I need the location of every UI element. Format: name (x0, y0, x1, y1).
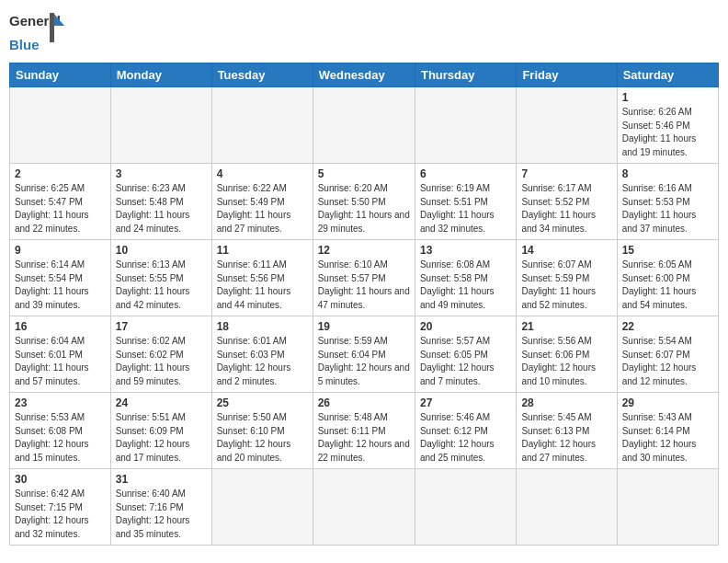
calendar-cell: 22Sunrise: 5:54 AM Sunset: 6:07 PM Dayli… (617, 316, 718, 393)
day-info: Sunrise: 6:07 AM Sunset: 5:59 PM Dayligh… (521, 259, 611, 312)
svg-rect-2 (50, 13, 54, 42)
calendar-body: 1Sunrise: 6:26 AM Sunset: 5:46 PM Daylig… (10, 87, 719, 546)
day-number: 21 (521, 320, 611, 333)
calendar-cell: 11Sunrise: 6:11 AM Sunset: 5:56 PM Dayli… (211, 240, 313, 316)
day-info: Sunrise: 6:02 AM Sunset: 6:02 PM Dayligh… (116, 335, 207, 388)
page-header: GeneralBlue (9, 9, 719, 55)
calendar-cell: 1Sunrise: 6:26 AM Sunset: 5:46 PM Daylig… (617, 87, 718, 164)
day-number: 17 (116, 320, 207, 333)
day-info: Sunrise: 5:54 AM Sunset: 6:07 PM Dayligh… (622, 335, 713, 388)
day-number: 12 (318, 244, 410, 257)
calendar-week-4: 23Sunrise: 5:53 AM Sunset: 6:08 PM Dayli… (10, 393, 719, 469)
calendar-cell (313, 469, 415, 546)
day-number: 6 (420, 167, 511, 180)
calendar-cell: 2Sunrise: 6:25 AM Sunset: 5:47 PM Daylig… (10, 164, 111, 240)
day-number: 7 (521, 167, 611, 180)
day-number: 11 (217, 244, 308, 257)
day-info: Sunrise: 5:48 AM Sunset: 6:11 PM Dayligh… (318, 411, 410, 465)
calendar-cell (415, 87, 516, 164)
day-header-sunday: Sunday (10, 63, 111, 87)
calendar-cell: 30Sunrise: 6:42 AM Sunset: 7:15 PM Dayli… (10, 469, 111, 546)
calendar-week-0: 1Sunrise: 6:26 AM Sunset: 5:46 PM Daylig… (10, 87, 719, 164)
calendar-cell (211, 87, 313, 164)
calendar-cell (10, 87, 111, 164)
calendar-cell: 8Sunrise: 6:16 AM Sunset: 5:53 PM Daylig… (617, 164, 718, 240)
day-info: Sunrise: 6:20 AM Sunset: 5:50 PM Dayligh… (318, 182, 410, 236)
day-number: 19 (318, 320, 410, 333)
day-header-saturday: Saturday (617, 63, 718, 87)
day-info: Sunrise: 5:53 AM Sunset: 6:08 PM Dayligh… (15, 411, 106, 465)
calendar-cell (110, 87, 211, 164)
day-info: Sunrise: 6:26 AM Sunset: 5:46 PM Dayligh… (622, 106, 713, 159)
day-info: Sunrise: 6:17 AM Sunset: 5:52 PM Dayligh… (521, 182, 611, 236)
calendar-cell (211, 469, 313, 546)
day-info: Sunrise: 5:51 AM Sunset: 6:09 PM Dayligh… (116, 411, 207, 465)
day-info: Sunrise: 6:22 AM Sunset: 5:49 PM Dayligh… (217, 182, 308, 236)
calendar-cell: 12Sunrise: 6:10 AM Sunset: 5:57 PM Dayli… (313, 240, 415, 316)
day-info: Sunrise: 6:14 AM Sunset: 5:54 PM Dayligh… (15, 259, 106, 312)
day-info: Sunrise: 6:25 AM Sunset: 5:47 PM Dayligh… (15, 182, 106, 236)
day-number: 31 (116, 473, 207, 486)
day-info: Sunrise: 5:45 AM Sunset: 6:13 PM Dayligh… (521, 411, 611, 465)
day-number: 9 (15, 244, 106, 257)
day-number: 5 (318, 167, 410, 180)
day-number: 16 (15, 320, 106, 333)
calendar-cell: 6Sunrise: 6:19 AM Sunset: 5:51 PM Daylig… (415, 164, 516, 240)
day-number: 23 (15, 396, 106, 409)
logo: GeneralBlue (9, 9, 74, 55)
calendar-cell (617, 469, 718, 546)
day-number: 2 (15, 167, 106, 180)
day-info: Sunrise: 6:16 AM Sunset: 5:53 PM Dayligh… (622, 182, 713, 236)
calendar-week-1: 2Sunrise: 6:25 AM Sunset: 5:47 PM Daylig… (10, 164, 719, 240)
calendar-cell (517, 87, 617, 164)
day-info: Sunrise: 6:08 AM Sunset: 5:58 PM Dayligh… (420, 259, 511, 312)
day-number: 27 (420, 396, 511, 409)
calendar-cell: 14Sunrise: 6:07 AM Sunset: 5:59 PM Dayli… (517, 240, 617, 316)
calendar-cell: 10Sunrise: 6:13 AM Sunset: 5:55 PM Dayli… (110, 240, 211, 316)
calendar-cell: 9Sunrise: 6:14 AM Sunset: 5:54 PM Daylig… (10, 240, 111, 316)
day-info: Sunrise: 6:11 AM Sunset: 5:56 PM Dayligh… (217, 259, 308, 312)
logo-svg: GeneralBlue (9, 9, 74, 55)
calendar-cell: 23Sunrise: 5:53 AM Sunset: 6:08 PM Dayli… (10, 393, 111, 469)
day-number: 10 (116, 244, 207, 257)
day-info: Sunrise: 6:04 AM Sunset: 6:01 PM Dayligh… (15, 335, 106, 388)
day-info: Sunrise: 5:59 AM Sunset: 6:04 PM Dayligh… (318, 335, 410, 388)
calendar-header-row: SundayMondayTuesdayWednesdayThursdayFrid… (10, 63, 719, 87)
day-number: 15 (622, 244, 713, 257)
day-number: 29 (622, 396, 713, 409)
calendar-cell: 31Sunrise: 6:40 AM Sunset: 7:16 PM Dayli… (110, 469, 211, 546)
day-info: Sunrise: 6:19 AM Sunset: 5:51 PM Dayligh… (420, 182, 511, 236)
day-header-wednesday: Wednesday (313, 63, 415, 87)
day-number: 28 (521, 396, 611, 409)
calendar-cell (517, 469, 617, 546)
calendar-cell: 15Sunrise: 6:05 AM Sunset: 6:00 PM Dayli… (617, 240, 718, 316)
calendar-cell: 17Sunrise: 6:02 AM Sunset: 6:02 PM Dayli… (110, 316, 211, 393)
day-info: Sunrise: 6:23 AM Sunset: 5:48 PM Dayligh… (116, 182, 207, 236)
svg-text:Blue: Blue (9, 37, 40, 52)
day-number: 8 (622, 167, 713, 180)
day-number: 25 (217, 396, 308, 409)
calendar-cell: 24Sunrise: 5:51 AM Sunset: 6:09 PM Dayli… (110, 393, 211, 469)
calendar-cell: 19Sunrise: 5:59 AM Sunset: 6:04 PM Dayli… (313, 316, 415, 393)
day-info: Sunrise: 6:05 AM Sunset: 6:00 PM Dayligh… (622, 259, 713, 312)
day-number: 22 (622, 320, 713, 333)
day-header-thursday: Thursday (415, 63, 516, 87)
day-info: Sunrise: 6:13 AM Sunset: 5:55 PM Dayligh… (116, 259, 207, 312)
day-info: Sunrise: 5:43 AM Sunset: 6:14 PM Dayligh… (622, 411, 713, 465)
day-info: Sunrise: 6:01 AM Sunset: 6:03 PM Dayligh… (217, 335, 308, 388)
calendar-cell: 7Sunrise: 6:17 AM Sunset: 5:52 PM Daylig… (517, 164, 617, 240)
day-header-friday: Friday (517, 63, 617, 87)
calendar-cell: 16Sunrise: 6:04 AM Sunset: 6:01 PM Dayli… (10, 316, 111, 393)
day-number: 4 (217, 167, 308, 180)
day-header-tuesday: Tuesday (211, 63, 313, 87)
calendar-cell: 4Sunrise: 6:22 AM Sunset: 5:49 PM Daylig… (211, 164, 313, 240)
calendar-cell (313, 87, 415, 164)
day-info: Sunrise: 5:46 AM Sunset: 6:12 PM Dayligh… (420, 411, 511, 465)
day-info: Sunrise: 5:50 AM Sunset: 6:10 PM Dayligh… (217, 411, 308, 465)
calendar-cell: 5Sunrise: 6:20 AM Sunset: 5:50 PM Daylig… (313, 164, 415, 240)
calendar-week-2: 9Sunrise: 6:14 AM Sunset: 5:54 PM Daylig… (10, 240, 719, 316)
day-info: Sunrise: 6:40 AM Sunset: 7:16 PM Dayligh… (116, 488, 207, 541)
calendar-cell: 25Sunrise: 5:50 AM Sunset: 6:10 PM Dayli… (211, 393, 313, 469)
calendar-week-3: 16Sunrise: 6:04 AM Sunset: 6:01 PM Dayli… (10, 316, 719, 393)
day-number: 13 (420, 244, 511, 257)
